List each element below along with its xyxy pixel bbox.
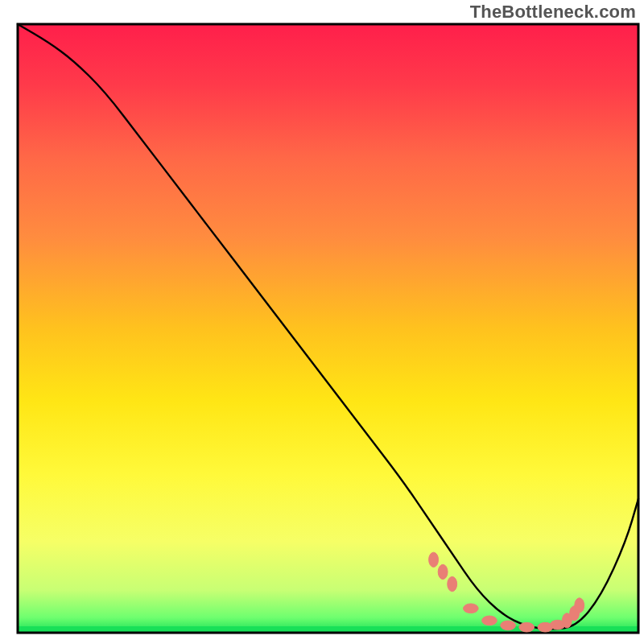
curve-marker	[482, 616, 497, 625]
watermark-text: TheBottleneck.com	[470, 2, 636, 23]
curve-marker	[501, 621, 516, 630]
curve-marker	[438, 564, 448, 579]
gradient-background	[18, 24, 638, 633]
curve-marker	[448, 576, 457, 591]
chart-container: TheBottleneck.com	[0, 0, 644, 644]
curve-marker	[519, 622, 535, 632]
curve-marker	[429, 552, 439, 567]
chart-svg	[0, 0, 644, 644]
curve-marker	[575, 598, 584, 613]
curve-marker	[464, 604, 479, 613]
